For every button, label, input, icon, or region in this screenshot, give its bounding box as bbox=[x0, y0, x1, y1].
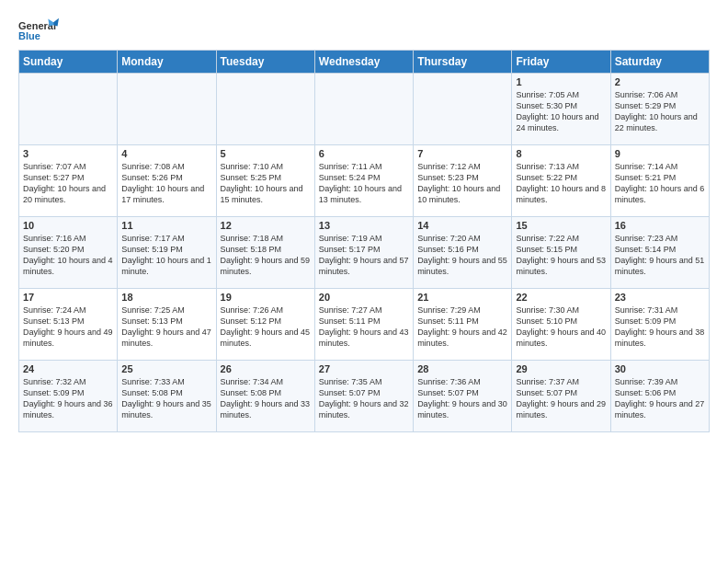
day-number: 27 bbox=[319, 363, 409, 374]
logo-icon: General Blue bbox=[18, 17, 59, 44]
day-number: 26 bbox=[221, 363, 311, 374]
day-info: Sunrise: 7:12 AM Sunset: 5:23 PM Dayligh… bbox=[417, 161, 507, 206]
day-info: Sunrise: 7:36 AM Sunset: 5:07 PM Dayligh… bbox=[417, 376, 507, 421]
day-info: Sunrise: 7:30 AM Sunset: 5:10 PM Dayligh… bbox=[516, 304, 606, 350]
day-info: Sunrise: 7:27 AM Sunset: 5:11 PM Dayligh… bbox=[319, 304, 409, 350]
calendar-cell: 12Sunrise: 7:18 AM Sunset: 5:18 PM Dayli… bbox=[216, 217, 314, 289]
calendar-header-monday: Monday bbox=[118, 51, 216, 74]
day-number: 21 bbox=[417, 292, 507, 303]
calendar-cell: 21Sunrise: 7:29 AM Sunset: 5:11 PM Dayli… bbox=[414, 289, 512, 361]
day-info: Sunrise: 7:23 AM Sunset: 5:14 PM Dayligh… bbox=[615, 233, 705, 278]
day-info: Sunrise: 7:05 AM Sunset: 5:30 PM Dayligh… bbox=[516, 89, 606, 134]
day-number: 1 bbox=[516, 76, 606, 87]
day-number: 20 bbox=[319, 292, 409, 303]
day-info: Sunrise: 7:26 AM Sunset: 5:12 PM Dayligh… bbox=[221, 304, 311, 350]
day-info: Sunrise: 7:24 AM Sunset: 5:13 PM Dayligh… bbox=[23, 304, 113, 350]
day-number: 12 bbox=[221, 220, 311, 231]
calendar-cell: 7Sunrise: 7:12 AM Sunset: 5:23 PM Daylig… bbox=[414, 145, 512, 217]
day-number: 19 bbox=[221, 292, 311, 303]
day-number: 23 bbox=[615, 292, 705, 303]
calendar-cell: 5Sunrise: 7:10 AM Sunset: 5:25 PM Daylig… bbox=[216, 145, 314, 217]
calendar-cell: 1Sunrise: 7:05 AM Sunset: 5:30 PM Daylig… bbox=[512, 74, 610, 145]
calendar-cell: 10Sunrise: 7:16 AM Sunset: 5:20 PM Dayli… bbox=[19, 217, 118, 289]
day-number: 29 bbox=[516, 363, 606, 374]
header: General Blue bbox=[18, 17, 710, 44]
calendar-cell: 16Sunrise: 7:23 AM Sunset: 5:14 PM Dayli… bbox=[610, 217, 709, 289]
calendar-header-tuesday: Tuesday bbox=[216, 51, 314, 74]
day-number: 13 bbox=[319, 220, 409, 231]
day-info: Sunrise: 7:17 AM Sunset: 5:19 PM Dayligh… bbox=[121, 233, 211, 278]
calendar-week-2: 10Sunrise: 7:16 AM Sunset: 5:20 PM Dayli… bbox=[19, 217, 710, 289]
day-number: 22 bbox=[516, 292, 606, 303]
day-number: 18 bbox=[121, 292, 211, 303]
calendar-cell: 14Sunrise: 7:20 AM Sunset: 5:16 PM Dayli… bbox=[414, 217, 512, 289]
calendar-cell: 9Sunrise: 7:14 AM Sunset: 5:21 PM Daylig… bbox=[610, 145, 709, 217]
day-number: 11 bbox=[121, 220, 211, 231]
day-info: Sunrise: 7:34 AM Sunset: 5:08 PM Dayligh… bbox=[221, 376, 311, 421]
calendar-cell: 28Sunrise: 7:36 AM Sunset: 5:07 PM Dayli… bbox=[414, 361, 512, 432]
day-info: Sunrise: 7:25 AM Sunset: 5:13 PM Dayligh… bbox=[121, 304, 211, 350]
calendar-cell bbox=[19, 74, 118, 145]
day-info: Sunrise: 7:18 AM Sunset: 5:18 PM Dayligh… bbox=[221, 233, 311, 278]
calendar-cell: 26Sunrise: 7:34 AM Sunset: 5:08 PM Dayli… bbox=[216, 361, 314, 432]
calendar-cell bbox=[414, 74, 512, 145]
calendar-cell: 22Sunrise: 7:30 AM Sunset: 5:10 PM Dayli… bbox=[512, 289, 610, 361]
day-number: 17 bbox=[23, 292, 113, 303]
day-info: Sunrise: 7:16 AM Sunset: 5:20 PM Dayligh… bbox=[23, 233, 113, 278]
day-number: 25 bbox=[121, 363, 211, 374]
calendar-cell: 4Sunrise: 7:08 AM Sunset: 5:26 PM Daylig… bbox=[118, 145, 216, 217]
day-number: 5 bbox=[221, 148, 311, 159]
day-info: Sunrise: 7:37 AM Sunset: 5:07 PM Dayligh… bbox=[516, 376, 606, 421]
day-number: 14 bbox=[417, 220, 507, 231]
calendar-week-3: 17Sunrise: 7:24 AM Sunset: 5:13 PM Dayli… bbox=[19, 289, 710, 361]
day-number: 8 bbox=[516, 148, 606, 159]
day-info: Sunrise: 7:31 AM Sunset: 5:09 PM Dayligh… bbox=[615, 304, 705, 350]
day-info: Sunrise: 7:10 AM Sunset: 5:25 PM Dayligh… bbox=[221, 161, 311, 206]
calendar-header-thursday: Thursday bbox=[414, 51, 512, 74]
day-info: Sunrise: 7:33 AM Sunset: 5:08 PM Dayligh… bbox=[121, 376, 211, 421]
calendar-cell: 8Sunrise: 7:13 AM Sunset: 5:22 PM Daylig… bbox=[512, 145, 610, 217]
day-info: Sunrise: 7:06 AM Sunset: 5:29 PM Dayligh… bbox=[615, 89, 705, 134]
calendar-week-1: 3Sunrise: 7:07 AM Sunset: 5:27 PM Daylig… bbox=[19, 145, 710, 217]
day-info: Sunrise: 7:14 AM Sunset: 5:21 PM Dayligh… bbox=[615, 161, 705, 206]
calendar-cell: 24Sunrise: 7:32 AM Sunset: 5:09 PM Dayli… bbox=[19, 361, 118, 432]
day-number: 30 bbox=[615, 363, 705, 374]
day-number: 7 bbox=[417, 148, 507, 159]
calendar-header-saturday: Saturday bbox=[610, 51, 709, 74]
day-info: Sunrise: 7:32 AM Sunset: 5:09 PM Dayligh… bbox=[23, 376, 113, 421]
day-number: 6 bbox=[319, 148, 409, 159]
page: General Blue SundayMondayTuesdayWednesda… bbox=[0, 0, 728, 442]
calendar-cell: 6Sunrise: 7:11 AM Sunset: 5:24 PM Daylig… bbox=[314, 145, 413, 217]
calendar-cell: 19Sunrise: 7:26 AM Sunset: 5:12 PM Dayli… bbox=[216, 289, 314, 361]
day-number: 24 bbox=[23, 363, 113, 374]
calendar-cell: 17Sunrise: 7:24 AM Sunset: 5:13 PM Dayli… bbox=[19, 289, 118, 361]
day-info: Sunrise: 7:11 AM Sunset: 5:24 PM Dayligh… bbox=[319, 161, 409, 206]
logo: General Blue bbox=[18, 17, 59, 44]
day-number: 4 bbox=[121, 148, 211, 159]
day-info: Sunrise: 7:19 AM Sunset: 5:17 PM Dayligh… bbox=[319, 233, 409, 278]
calendar-cell: 27Sunrise: 7:35 AM Sunset: 5:07 PM Dayli… bbox=[314, 361, 413, 432]
calendar-header-wednesday: Wednesday bbox=[314, 51, 413, 74]
day-number: 16 bbox=[615, 220, 705, 231]
calendar-cell: 30Sunrise: 7:39 AM Sunset: 5:06 PM Dayli… bbox=[610, 361, 709, 432]
day-info: Sunrise: 7:29 AM Sunset: 5:11 PM Dayligh… bbox=[417, 304, 507, 350]
calendar-cell bbox=[314, 74, 413, 145]
calendar-cell: 11Sunrise: 7:17 AM Sunset: 5:19 PM Dayli… bbox=[118, 217, 216, 289]
calendar-cell: 25Sunrise: 7:33 AM Sunset: 5:08 PM Dayli… bbox=[118, 361, 216, 432]
calendar-header-row: SundayMondayTuesdayWednesdayThursdayFrid… bbox=[19, 51, 710, 74]
day-number: 15 bbox=[516, 220, 606, 231]
day-number: 3 bbox=[23, 148, 113, 159]
calendar-header-friday: Friday bbox=[512, 51, 610, 74]
calendar-cell: 23Sunrise: 7:31 AM Sunset: 5:09 PM Dayli… bbox=[610, 289, 709, 361]
calendar-cell bbox=[118, 74, 216, 145]
day-number: 10 bbox=[23, 220, 113, 231]
calendar-cell: 13Sunrise: 7:19 AM Sunset: 5:17 PM Dayli… bbox=[314, 217, 413, 289]
day-info: Sunrise: 7:20 AM Sunset: 5:16 PM Dayligh… bbox=[417, 233, 507, 278]
day-info: Sunrise: 7:07 AM Sunset: 5:27 PM Dayligh… bbox=[23, 161, 113, 206]
calendar-cell: 29Sunrise: 7:37 AM Sunset: 5:07 PM Dayli… bbox=[512, 361, 610, 432]
calendar-cell: 20Sunrise: 7:27 AM Sunset: 5:11 PM Dayli… bbox=[314, 289, 413, 361]
calendar: SundayMondayTuesdayWednesdayThursdayFrid… bbox=[18, 50, 710, 432]
day-info: Sunrise: 7:39 AM Sunset: 5:06 PM Dayligh… bbox=[615, 376, 705, 421]
day-number: 9 bbox=[615, 148, 705, 159]
calendar-cell bbox=[216, 74, 314, 145]
